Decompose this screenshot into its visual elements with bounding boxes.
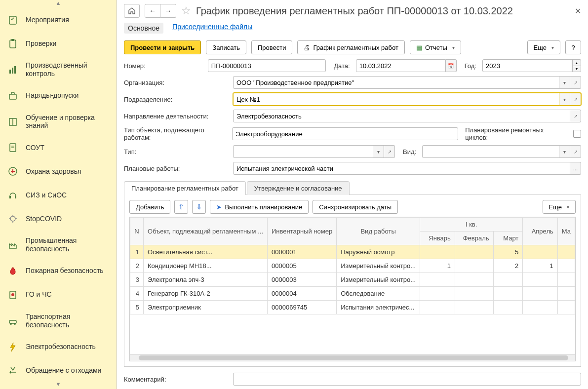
dept-input[interactable] [233, 93, 559, 106]
tab-planning[interactable]: Планирование регламентных работ [124, 181, 246, 195]
col-apr[interactable]: Апрель [523, 218, 557, 245]
sidebar-item-label: Электробезопасность [26, 343, 96, 351]
col-n[interactable]: N [130, 218, 144, 245]
health-icon [7, 165, 19, 177]
more-button[interactable]: Еще [527, 40, 560, 54]
close-button[interactable]: ✕ [575, 6, 581, 16]
move-up-button[interactable]: ⇧ [174, 200, 188, 214]
col-may[interactable]: Ма [557, 218, 575, 245]
sync-dates-button[interactable]: Синхронизировать даты [313, 200, 398, 214]
run-planning-label: Выполнить планирование [225, 203, 302, 211]
sidebar-item-label: Охрана здоровья [26, 167, 81, 176]
post-and-close-button[interactable]: Провести и закрыть [124, 40, 201, 54]
tab-approval[interactable]: Утверждение и согласование [247, 181, 350, 195]
sidebar-item-9[interactable]: Промышленная безопасность [0, 231, 117, 259]
dropdown-icon[interactable]: ▾ [559, 93, 570, 106]
home-button[interactable] [124, 4, 140, 18]
sidebar-item-2[interactable]: Производственный контроль [0, 55, 117, 84]
svg-rect-2 [11, 39, 14, 41]
sidebar-item-3[interactable]: Наряды-допуски [0, 84, 117, 108]
sidebar-item-6[interactable]: Охрана здоровья [0, 159, 117, 183]
sidebar-item-5[interactable]: СОУТ [0, 136, 117, 159]
svg-rect-20 [9, 320, 16, 323]
move-down-button[interactable]: ⇩ [192, 200, 206, 214]
sidebar-item-label: ГО и ЧС [26, 290, 52, 299]
table-row[interactable]: 5Электроприемник0000069745Испытания элек… [130, 301, 575, 314]
col-q1[interactable]: I кв. [420, 218, 523, 232]
col-work[interactable]: Вид работы [337, 218, 420, 245]
number-input[interactable] [208, 59, 326, 72]
works-input[interactable] [233, 162, 570, 175]
objtype-input[interactable] [232, 127, 458, 140]
sidebar-item-7[interactable]: СИЗ и СиОС [0, 183, 117, 207]
ellipsis-icon[interactable]: … [570, 162, 581, 175]
svg-rect-5 [14, 66, 16, 74]
sidebar-item-14[interactable]: Обращение с отходами [0, 358, 117, 381]
direction-input[interactable] [233, 110, 570, 122]
dept-label: Подразделение: [124, 96, 230, 103]
kind-label: Вид: [403, 148, 416, 156]
nav-back-button[interactable]: ← [145, 4, 160, 18]
save-button[interactable]: Записать [206, 40, 246, 54]
col-feb[interactable]: Февраль [455, 232, 493, 245]
col-mar[interactable]: Март [493, 232, 523, 245]
tab-panel: Добавить ⇧ ⇩ ➤ Выполнить планирование Си… [124, 195, 581, 367]
sidebar-item-11[interactable]: ГО и ЧС [0, 283, 117, 307]
sidebar-item-0[interactable]: Мероприятия [0, 8, 117, 32]
col-inv[interactable]: Инвентарный номер [268, 218, 337, 245]
year-down-button[interactable]: ▼ [572, 66, 581, 72]
sidebar-item-4[interactable]: Обучение и проверка знаний [0, 108, 117, 136]
sidebar-item-10[interactable]: Пожарная безопасность [0, 259, 117, 283]
calendar-icon[interactable]: 📅 [446, 59, 457, 72]
subnav-files[interactable]: Присоединенные файлы [172, 23, 252, 34]
year-input[interactable] [482, 59, 572, 72]
book-icon [7, 116, 19, 127]
post-button[interactable]: Провести [251, 40, 293, 54]
sidebar-collapse-down[interactable]: ▼ [0, 381, 117, 389]
panel-more-button[interactable]: Еще [543, 200, 576, 214]
run-planning-button[interactable]: ➤ Выполнить планирование [210, 200, 309, 214]
sidebar-item-1[interactable]: Проверки [0, 32, 117, 55]
sidebar-item-label: Наряды-допуски [26, 91, 78, 100]
nav-history: ← → [145, 4, 176, 18]
table-row[interactable]: 2Кондиционер МН18...0000005Измерительный… [130, 259, 575, 273]
date-input[interactable] [356, 59, 446, 72]
open-icon[interactable]: ↗ [570, 110, 581, 122]
year-up-button[interactable]: ▲ [572, 59, 581, 66]
add-button[interactable]: Добавить [129, 200, 170, 214]
open-icon[interactable]: ↗ [570, 93, 581, 106]
table-row[interactable]: 4Генератор ГК-310А-20000004Обследование [130, 287, 575, 301]
barchart-icon [7, 64, 19, 76]
org-input[interactable] [233, 76, 559, 89]
dropdown-icon[interactable]: ▾ [373, 145, 384, 158]
open-icon[interactable]: ↗ [570, 145, 581, 158]
plan-cycles-checkbox[interactable] [573, 130, 581, 138]
help-button[interactable]: ? [565, 40, 581, 54]
col-object[interactable]: Объект, подлежащий регламентным ... [144, 218, 268, 245]
table-row[interactable]: 1Осветительная сист...0000001Наружный ос… [130, 245, 575, 259]
kind-input[interactable] [422, 145, 559, 158]
favorite-star-icon[interactable]: ☆ [181, 4, 191, 17]
print-button[interactable]: 🖨 График регламентных работ [297, 40, 405, 54]
svg-rect-4 [12, 68, 13, 74]
svg-point-22 [14, 323, 16, 325]
table-row[interactable]: 3Электропила эпч-30000003Измерительный к… [130, 273, 575, 287]
sidebar-item-12[interactable]: Транспортная безопасность [0, 307, 117, 335]
sidebar-item-13[interactable]: Электробезопасность [0, 335, 117, 358]
sidebar-collapse-up[interactable]: ▲ [0, 0, 117, 8]
comment-input[interactable] [233, 373, 581, 386]
open-icon[interactable]: ↗ [570, 76, 581, 89]
col-jan[interactable]: Январь [420, 232, 455, 245]
sidebar-item-label: Проверки [26, 39, 56, 48]
subnav-main[interactable]: Основное [124, 23, 163, 34]
dropdown-icon[interactable]: ▾ [559, 76, 570, 89]
clipboard-icon [7, 38, 19, 49]
type-input[interactable] [233, 145, 373, 158]
dropdown-icon[interactable]: ▾ [559, 145, 570, 158]
nav-forward-button[interactable]: → [160, 4, 176, 18]
sidebar-item-8[interactable]: StopCOVID [0, 207, 117, 231]
reports-button[interactable]: ▤ Отчеты [410, 40, 461, 54]
open-icon[interactable]: ↗ [384, 145, 395, 158]
sidebar-item-label: Промышленная безопасность [26, 236, 110, 253]
horizontal-scrollbar[interactable] [130, 354, 575, 361]
